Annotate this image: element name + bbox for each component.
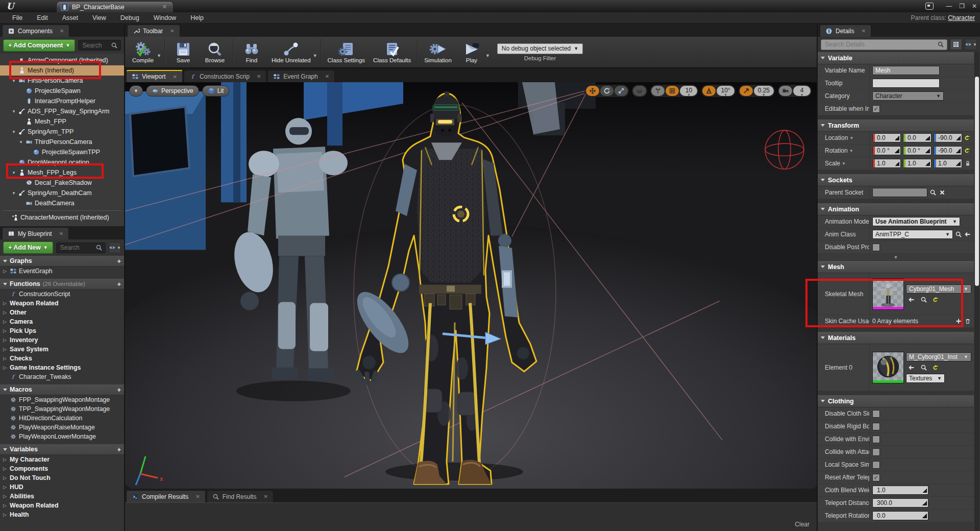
lit-button[interactable]: Lit (202, 85, 230, 96)
toolbar-class-settings-button[interactable]: Class Settings (324, 38, 370, 66)
grid-snap-button[interactable] (666, 86, 679, 96)
checkbox[interactable] (872, 461, 880, 469)
components-search[interactable] (78, 40, 121, 51)
clear-array-icon[interactable] (964, 318, 971, 325)
tab-event-graph[interactable]: Event Graph✕ (267, 70, 335, 82)
mybp-item-weapon-related[interactable]: ▷Weapon Related (0, 299, 124, 308)
close-icon[interactable]: ✕ (173, 74, 177, 80)
clear-socket-icon[interactable] (939, 189, 946, 196)
camera-speed-value[interactable]: 4 (793, 86, 811, 96)
add-icon[interactable]: + (117, 280, 121, 288)
minimize-button[interactable]: — (946, 3, 952, 9)
tab-toolbar[interactable]: Toolbar ✕ (127, 25, 180, 37)
checkbox[interactable] (872, 244, 880, 251)
mybp-item-character-tweaks[interactable]: fCharacter_Tweaks (0, 372, 124, 381)
close-icon[interactable]: ✕ (263, 494, 267, 499)
numeric-field[interactable]: 1.0 (872, 486, 928, 495)
component-mesh-fpp-legs[interactable]: ▾Mesh_FPP_Legs (0, 167, 124, 178)
viewport-3d[interactable]: x ▼ Perspective Lit 10 (125, 82, 817, 489)
toolbar-find-button[interactable]: Find (236, 38, 267, 66)
component-springarm-deathcam[interactable]: ▾SpringArm_DeathCam (0, 188, 124, 198)
menu-help[interactable]: Help (183, 13, 211, 22)
property-matrix-button[interactable] (950, 39, 962, 50)
tab-compiler-results[interactable]: Compiler Results✕ (126, 490, 206, 502)
mybp-item-eventgraph[interactable]: ▷EventGraph (0, 267, 124, 276)
scale-snap-button[interactable] (740, 86, 753, 96)
numeric-field[interactable]: 300.0 (872, 498, 928, 508)
expander-icon[interactable]: ▷ (3, 365, 8, 370)
add-component-button[interactable]: + Add Component▼ (3, 39, 75, 52)
mybp-item-save-system[interactable]: ▷Save System (0, 345, 124, 354)
mybp-item-game-instance-settings[interactable]: ▷Game Instance Settings (0, 363, 124, 372)
text-input-field[interactable] (872, 79, 940, 88)
expander-icon[interactable]: ▷ (3, 466, 8, 471)
close-icon[interactable]: ✕ (170, 28, 174, 34)
asset-thumbnail[interactable] (872, 278, 904, 310)
expander-icon[interactable]: ▷ (3, 485, 8, 490)
checkbox[interactable] (872, 423, 880, 430)
details-section-sockets[interactable]: Sockets (818, 174, 974, 186)
close-icon[interactable]: ✕ (862, 28, 866, 34)
numeric-field[interactable]: 0.0 (872, 133, 901, 142)
close-icon[interactable]: ✕ (325, 74, 329, 79)
mybp-item-fpp-swappingweaponmontage[interactable]: FPP_SwappingWeaponMontage (0, 395, 124, 404)
scale-mode-button[interactable] (615, 86, 628, 96)
details-scrollbar[interactable] (974, 52, 979, 531)
mybp-item-do-not-touch[interactable]: ▷Do Not Touch (0, 473, 124, 482)
mybp-item-hud[interactable]: ▷HUD (0, 482, 124, 492)
numeric-field[interactable]: -90.0 (934, 146, 962, 155)
checkbox[interactable] (872, 448, 880, 456)
use-selected-asset-icon[interactable] (908, 364, 915, 371)
search-socket-icon[interactable] (929, 189, 937, 196)
section-macros[interactable]: Macros+ (0, 384, 124, 395)
mybp-item-other[interactable]: ▷Other (0, 308, 124, 317)
expander-icon[interactable]: ▷ (3, 457, 8, 462)
section-variables[interactable]: Variables+ (0, 444, 124, 455)
mybp-item-tpp-swappingweaponmontage[interactable]: TPP_SwappingWeaponMontage (0, 404, 124, 414)
numeric-field[interactable]: 0.0 (903, 133, 932, 142)
mybp-item-inventory[interactable]: ▷Inventory (0, 335, 124, 345)
component-interactprompthelper[interactable]: InteractPromptHelper (0, 96, 124, 106)
checkbox[interactable] (872, 436, 880, 443)
tab-details[interactable]: i Details ✕ (820, 25, 871, 37)
expander-icon[interactable]: ▷ (3, 310, 8, 315)
menu-file[interactable]: File (5, 13, 30, 22)
checkbox[interactable]: ✓ (872, 474, 880, 481)
reset-to-default-icon[interactable] (964, 147, 971, 154)
my-blueprint-search-input[interactable] (59, 244, 93, 252)
add-element-icon[interactable] (955, 318, 962, 325)
details-section-variable[interactable]: Variable (818, 52, 974, 64)
rotate-mode-button[interactable] (600, 86, 614, 96)
close-window-button[interactable]: ✕ (972, 3, 977, 9)
debug-object-dropdown[interactable]: No debug object selected▼ (497, 43, 583, 54)
menu-view[interactable]: View (85, 13, 113, 22)
expander-icon[interactable]: ▷ (3, 319, 8, 324)
use-selected-asset-icon[interactable] (964, 231, 971, 238)
component-mesh-inherited[interactable]: Mesh (Inherited) (0, 65, 124, 76)
menu-debug[interactable]: Debug (113, 13, 146, 22)
toolbar-compile-button[interactable]: Compile (127, 38, 159, 66)
grid-snap-value[interactable]: 10 (680, 86, 697, 96)
details-search-input[interactable] (824, 40, 935, 49)
expander-icon[interactable]: ▷ (3, 337, 8, 343)
dropdown-field[interactable]: Character▼ (872, 91, 944, 101)
dropdown-caret-icon[interactable]: ▼ (157, 53, 161, 58)
component-decal-fakeshadow[interactable]: Decal_FakeShadow (0, 178, 124, 188)
mybp-item-my-character[interactable]: ▷My Character (0, 455, 124, 464)
tab-viewport[interactable]: Viewport✕ (126, 70, 183, 82)
numeric-field[interactable]: 0.0 (872, 511, 928, 520)
expander-icon[interactable]: ▷ (3, 301, 8, 306)
browse-to-asset-icon[interactable] (920, 296, 927, 303)
component-charactermovement-inherited[interactable]: CharacterMovement (Inherited) (0, 212, 124, 223)
add-icon[interactable]: + (117, 257, 121, 265)
rotation-snap-value[interactable]: 10° (717, 86, 734, 96)
details-view-options-button[interactable]: ▼ (965, 39, 977, 50)
mybp-item-playweaponraisemontage[interactable]: PlayWeaponRaiseMontage (0, 423, 124, 432)
expander-icon[interactable]: ▷ (3, 328, 8, 333)
details-section-materials[interactable]: Materials (818, 332, 974, 344)
asset-tab-bp-characterbase[interactable]: BP_CharacterBase ✕ (56, 1, 174, 12)
component-mesh-fpp[interactable]: Mesh_FPP (0, 116, 124, 127)
component-projectilespawntpp[interactable]: ProjectileSpawnTPP (0, 147, 124, 157)
mybp-item-abilities[interactable]: ▷Abilities (0, 492, 124, 501)
numeric-field[interactable]: -90.0 (934, 133, 962, 142)
